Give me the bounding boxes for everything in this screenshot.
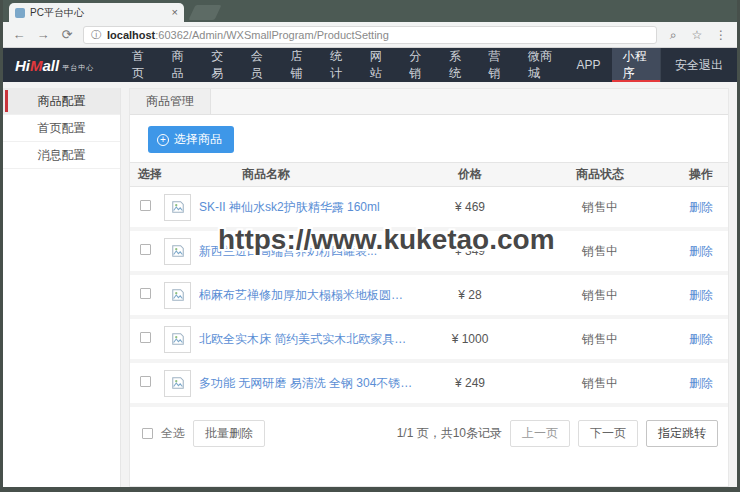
browser-tab[interactable]: PC平台中心 × <box>9 3 184 22</box>
forward-icon[interactable]: → <box>35 27 51 42</box>
product-name-link[interactable]: 北欧全实木床 简约美式实木北欧家具套装 <box>199 331 414 348</box>
delete-link[interactable]: 删除 <box>689 376 713 390</box>
refresh-icon[interactable]: ⟳ <box>59 27 75 42</box>
broken-image-icon <box>164 326 191 353</box>
nav-item-website[interactable]: 网站 <box>359 48 399 82</box>
url-host: localhost <box>107 29 155 41</box>
delete-link[interactable]: 删除 <box>689 200 713 214</box>
product-price: ¥ 1000 <box>414 332 526 346</box>
product-status: 销售中 <box>526 375 674 392</box>
product-price: ¥ 249 <box>414 376 526 390</box>
bookmark-star-icon[interactable]: ☆ <box>689 28 705 42</box>
browser-menu-icon[interactable]: ⋮ <box>713 28 729 42</box>
select-all-checkbox[interactable] <box>142 428 153 439</box>
product-name-link[interactable]: SK-II 神仙水sk2护肤精华露 160ml <box>199 199 380 216</box>
nav-item-mini-program[interactable]: 小程序 <box>612 48 660 82</box>
choose-product-label: 选择商品 <box>174 131 222 148</box>
row-checkbox[interactable] <box>140 244 151 255</box>
nav-item-system[interactable]: 系统 <box>438 48 478 82</box>
broken-image-icon <box>164 282 191 309</box>
sidebar-item-message-config[interactable]: 消息配置 <box>3 142 120 169</box>
delete-link[interactable]: 删除 <box>689 244 713 258</box>
plus-circle-icon: + <box>157 134 169 146</box>
product-name-link[interactable]: 多功能 无网研磨 易清洗 全钢 304不锈钢 豆浆机 <box>199 375 414 392</box>
tab-product-management[interactable]: 商品管理 <box>130 89 211 114</box>
table-row: SK-II 神仙水sk2护肤精华露 160ml ¥ 469 销售中 删除 <box>130 187 728 231</box>
new-tab-button[interactable] <box>189 5 222 20</box>
row-checkbox[interactable] <box>140 376 151 387</box>
content-tabbar: 商品管理 <box>130 89 728 115</box>
product-name-link[interactable]: 棉麻布艺禅修加厚加大榻榻米地板圆形坐垫飘窗禅修瑜伽... <box>199 287 414 304</box>
nav-item-marketing[interactable]: 营销 <box>477 48 517 82</box>
jump-page-button[interactable]: 指定跳转 <box>646 420 718 447</box>
url-path: :60362/Admin/WXSmallProgram/ProductSetti… <box>155 29 389 41</box>
nav-item-app[interactable]: APP <box>566 48 612 82</box>
main-nav: 首页 商品 交易 会员 店铺 统计 网站 分销 系统 营销 微商城 APP 小程… <box>121 48 660 82</box>
product-price: ¥ 349 <box>414 244 526 258</box>
delete-link[interactable]: 删除 <box>689 288 713 302</box>
row-checkbox[interactable] <box>140 288 151 299</box>
nav-item-stats[interactable]: 统计 <box>319 48 359 82</box>
nav-item-wechat-mall[interactable]: 微商城 <box>517 48 565 82</box>
product-table: 选择 商品名称 价格 商品状态 操作 SK-II 神仙水sk2护肤精华露 160… <box>130 162 728 407</box>
nav-item-distribution[interactable]: 分销 <box>398 48 438 82</box>
browser-window: PC平台中心 × ← → ⟳ ⓘ localhost:60362/Admin/W… <box>0 0 740 492</box>
nav-item-shop[interactable]: 店铺 <box>279 48 319 82</box>
product-price: ¥ 469 <box>414 200 526 214</box>
tab-title: PC平台中心 <box>30 6 167 20</box>
product-price: ¥ 28 <box>414 288 526 302</box>
header-action: 操作 <box>674 166 728 183</box>
batch-delete-button[interactable]: 批量删除 <box>193 420 265 447</box>
favicon-icon <box>15 8 25 18</box>
page-info-icon[interactable]: ⓘ <box>91 28 101 42</box>
broken-image-icon <box>164 238 191 265</box>
browser-tabstrip: PC平台中心 × <box>3 0 737 22</box>
table-header: 选择 商品名称 价格 商品状态 操作 <box>130 162 728 187</box>
product-status: 销售中 <box>526 243 674 260</box>
broken-image-icon <box>164 194 191 221</box>
logout-button[interactable]: 安全退出 <box>660 48 737 82</box>
product-name-link[interactable]: 新西兰进口高端营养奶粉四罐装... <box>199 243 377 260</box>
table-row: 新西兰进口高端营养奶粉四罐装... ¥ 349 销售中 删除 <box>130 231 728 275</box>
sidebar-item-product-config[interactable]: 商品配置 <box>3 88 120 115</box>
table-row: 北欧全实木床 简约美式实木北欧家具套装 ¥ 1000 销售中 删除 <box>130 319 728 363</box>
delete-link[interactable]: 删除 <box>689 332 713 346</box>
nav-item-member[interactable]: 会员 <box>240 48 280 82</box>
nav-item-trade[interactable]: 交易 <box>200 48 240 82</box>
select-all-label: 全选 <box>161 425 185 442</box>
search-icon[interactable]: ⌕ <box>665 28 681 42</box>
row-checkbox[interactable] <box>140 200 151 211</box>
back-icon[interactable]: ← <box>11 27 27 42</box>
nav-item-home[interactable]: 首页 <box>121 48 161 82</box>
table-footer: 全选 批量删除 1/1 页，共10条记录 上一页 下一页 指定跳转 <box>130 407 728 460</box>
logo-text: Hi <box>15 57 30 74</box>
header-status: 商品状态 <box>526 166 674 183</box>
logo-text-all: all <box>43 57 60 74</box>
logo-subtitle: 平台中心 <box>62 63 94 73</box>
tab-close-icon[interactable]: × <box>172 7 178 18</box>
url-text: localhost:60362/Admin/WXSmallProgram/Pro… <box>107 29 389 41</box>
header-price: 价格 <box>414 166 526 183</box>
workspace: 商品配置 首页配置 消息配置 商品管理 + 选择商品 选择 商品名称 价格 <box>3 82 737 487</box>
himall-logo: HiMall 平台中心 <box>3 48 121 82</box>
table-row: 棉麻布艺禅修加厚加大榻榻米地板圆形坐垫飘窗禅修瑜伽... ¥ 28 销售中 删除 <box>130 275 728 319</box>
app-header: HiMall 平台中心 首页 商品 交易 会员 店铺 统计 网站 分销 系统 营… <box>3 48 737 82</box>
header-name: 商品名称 <box>164 166 414 183</box>
browser-toolbar: ← → ⟳ ⓘ localhost:60362/Admin/WXSmallPro… <box>3 22 737 48</box>
row-checkbox[interactable] <box>140 332 151 343</box>
header-select: 选择 <box>130 166 164 183</box>
pagination-info: 1/1 页，共10条记录 <box>397 425 502 442</box>
product-status: 销售中 <box>526 287 674 304</box>
choose-product-button[interactable]: + 选择商品 <box>148 126 234 153</box>
prev-page-button[interactable]: 上一页 <box>510 420 570 447</box>
url-bar[interactable]: ⓘ localhost:60362/Admin/WXSmallProgram/P… <box>83 26 657 44</box>
product-status: 销售中 <box>526 199 674 216</box>
next-page-button[interactable]: 下一页 <box>578 420 638 447</box>
sidebar-item-home-config[interactable]: 首页配置 <box>3 115 120 142</box>
table-row: 多功能 无网研磨 易清洗 全钢 304不锈钢 豆浆机 ¥ 249 销售中 删除 <box>130 363 728 407</box>
nav-item-product[interactable]: 商品 <box>161 48 201 82</box>
content-panel: 商品管理 + 选择商品 选择 商品名称 价格 商品状态 操作 <box>129 88 729 487</box>
product-status: 销售中 <box>526 331 674 348</box>
broken-image-icon <box>164 370 191 397</box>
logo-m-mark: M <box>30 57 43 74</box>
